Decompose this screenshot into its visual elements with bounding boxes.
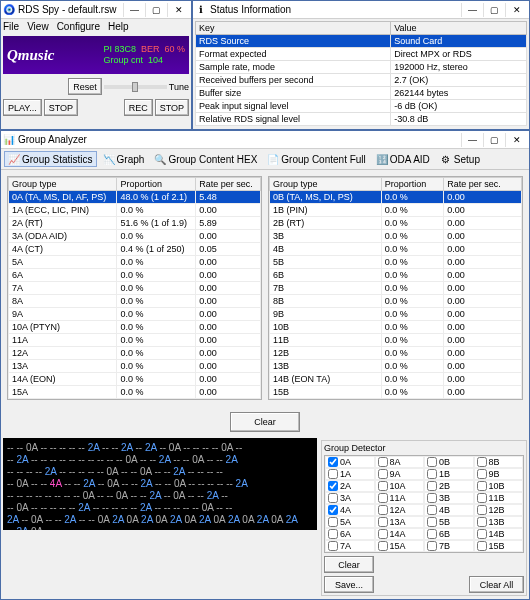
detector-item-5A[interactable]: 5A <box>325 516 375 528</box>
status-row[interactable]: Buffer size262144 bytes <box>196 87 527 100</box>
group-row[interactable]: 2A (RT)51.6 % (1 of 1.9)5.89 <box>9 217 261 230</box>
detector-checkbox[interactable] <box>378 481 388 491</box>
group-row[interactable]: 5B0.0 %0.00 <box>270 256 522 269</box>
detector-item-10A[interactable]: 10A <box>375 480 425 492</box>
detector-item-0A[interactable]: 0A <box>325 456 375 468</box>
group-row[interactable]: 15B0.0 %0.00 <box>270 386 522 399</box>
group-row[interactable]: 13A0.0 %0.00 <box>9 360 261 373</box>
detector-checkbox[interactable] <box>477 481 487 491</box>
group-row[interactable]: 3B0.0 %0.00 <box>270 230 522 243</box>
detector-checkbox[interactable] <box>427 517 437 527</box>
detector-checkbox[interactable] <box>328 517 338 527</box>
detector-save-button[interactable]: Save... <box>324 576 374 593</box>
detector-item-12A[interactable]: 12A <box>375 504 425 516</box>
detector-item-14B[interactable]: 14B <box>474 528 524 540</box>
play-button[interactable]: PLAY... <box>3 99 42 116</box>
group-row[interactable]: 0A (TA, MS, DI, AF, PS)48.0 % (1 of 2.1)… <box>9 191 261 204</box>
group-row[interactable]: 10B0.0 %0.00 <box>270 321 522 334</box>
group-row[interactable]: 9A0.0 %0.00 <box>9 308 261 321</box>
detector-checkbox[interactable] <box>378 529 388 539</box>
detector-checkbox[interactable] <box>477 541 487 551</box>
status-titlebar[interactable]: ℹ Status Information — ▢ ✕ <box>193 1 529 19</box>
detector-checkbox[interactable] <box>378 541 388 551</box>
detector-item-8A[interactable]: 8A <box>375 456 425 468</box>
detector-item-11A[interactable]: 11A <box>375 492 425 504</box>
detector-item-1A[interactable]: 1A <box>325 468 375 480</box>
group-row[interactable]: 8B0.0 %0.00 <box>270 295 522 308</box>
group-row[interactable]: 7B0.0 %0.00 <box>270 282 522 295</box>
detector-item-7B[interactable]: 7B <box>424 540 474 552</box>
detector-checkbox[interactable] <box>427 457 437 467</box>
maximize-button[interactable]: ▢ <box>483 3 505 17</box>
group-row[interactable]: 12A0.0 %0.00 <box>9 347 261 360</box>
rds-spy-titlebar[interactable]: 🧿 RDS Spy - default.rsw — ▢ ✕ <box>1 1 191 19</box>
detector-item-4A[interactable]: 4A <box>325 504 375 516</box>
detector-item-6B[interactable]: 6B <box>424 528 474 540</box>
group-row[interactable]: 10A (PTYN)0.0 %0.00 <box>9 321 261 334</box>
group-row[interactable]: 3A (ODA AID)0.0 %0.00 <box>9 230 261 243</box>
close-button[interactable]: ✕ <box>167 3 189 17</box>
group-row[interactable]: 15A0.0 %0.00 <box>9 386 261 399</box>
detector-checkbox[interactable] <box>328 505 338 515</box>
detector-checkbox[interactable] <box>427 469 437 479</box>
stop-play-button[interactable]: STOP <box>44 99 78 116</box>
detector-item-5B[interactable]: 5B <box>424 516 474 528</box>
group-row[interactable]: 14B (EON TA)0.0 %0.00 <box>270 373 522 386</box>
detector-item-15A[interactable]: 15A <box>375 540 425 552</box>
status-row[interactable]: Sample rate, mode192000 Hz, stereo <box>196 61 527 74</box>
group-row[interactable]: 4A (CT)0.4 % (1 of 250)0.05 <box>9 243 261 256</box>
detector-checkbox[interactable] <box>477 493 487 503</box>
detector-clear-button[interactable]: Clear <box>324 556 374 573</box>
group-row[interactable]: 14A (EON)0.0 %0.00 <box>9 373 261 386</box>
minimize-button[interactable]: — <box>461 3 483 17</box>
close-button[interactable]: ✕ <box>505 133 527 147</box>
detector-item-9A[interactable]: 9A <box>375 468 425 480</box>
tune-slider[interactable] <box>104 85 167 89</box>
group-row[interactable]: 9B0.0 %0.00 <box>270 308 522 321</box>
group-row[interactable]: 4B0.0 %0.00 <box>270 243 522 256</box>
detector-checkbox[interactable] <box>427 481 437 491</box>
menu-configure[interactable]: Configure <box>57 21 100 32</box>
detector-item-2B[interactable]: 2B <box>424 480 474 492</box>
maximize-button[interactable]: ▢ <box>483 133 505 147</box>
detector-item-3A[interactable]: 3A <box>325 492 375 504</box>
detector-item-13A[interactable]: 13A <box>375 516 425 528</box>
detector-checkbox[interactable] <box>477 517 487 527</box>
close-button[interactable]: ✕ <box>505 3 527 17</box>
detector-item-0B[interactable]: 0B <box>424 456 474 468</box>
detector-checkbox[interactable] <box>477 469 487 479</box>
tool-group-content-full[interactable]: 📄Group Content Full <box>263 151 370 167</box>
detector-checkbox[interactable] <box>328 493 338 503</box>
tool-oda-aid[interactable]: 🔢ODA AID <box>372 151 434 167</box>
detector-item-1B[interactable]: 1B <box>424 468 474 480</box>
detector-checkbox[interactable] <box>477 529 487 539</box>
group-row[interactable]: 0B (TA, MS, DI, PS)0.0 %0.00 <box>270 191 522 204</box>
group-row[interactable]: 1B (PIN)0.0 %0.00 <box>270 204 522 217</box>
menu-view[interactable]: View <box>27 21 49 32</box>
minimize-button[interactable]: — <box>123 3 145 17</box>
group-row[interactable]: 7A0.0 %0.00 <box>9 282 261 295</box>
analyzer-titlebar[interactable]: 📊 Group Analyzer — ▢ ✕ <box>1 131 529 149</box>
detector-item-3B[interactable]: 3B <box>424 492 474 504</box>
status-row[interactable]: Received buffers per second2.7 (OK) <box>196 74 527 87</box>
group-row[interactable]: 5A0.0 %0.00 <box>9 256 261 269</box>
tool-group-content-hex[interactable]: 🔍Group Content HEX <box>150 151 261 167</box>
detector-item-7A[interactable]: 7A <box>325 540 375 552</box>
detector-item-12B[interactable]: 12B <box>474 504 524 516</box>
detector-clear-all-button[interactable]: Clear All <box>469 576 524 593</box>
detector-item-6A[interactable]: 6A <box>325 528 375 540</box>
detector-checkbox[interactable] <box>477 505 487 515</box>
menu-file[interactable]: File <box>3 21 19 32</box>
detector-checkbox[interactable] <box>427 505 437 515</box>
group-row[interactable]: 11B0.0 %0.00 <box>270 334 522 347</box>
group-row[interactable]: 8A0.0 %0.00 <box>9 295 261 308</box>
reset-button[interactable]: Reset <box>68 78 102 95</box>
tool-graph[interactable]: 📉Graph <box>99 151 149 167</box>
detector-item-14A[interactable]: 14A <box>375 528 425 540</box>
group-row[interactable]: 11A0.0 %0.00 <box>9 334 261 347</box>
detector-item-2A[interactable]: 2A <box>325 480 375 492</box>
maximize-button[interactable]: ▢ <box>145 3 167 17</box>
detector-checkbox[interactable] <box>378 469 388 479</box>
detector-checkbox[interactable] <box>427 529 437 539</box>
group-row[interactable]: 12B0.0 %0.00 <box>270 347 522 360</box>
